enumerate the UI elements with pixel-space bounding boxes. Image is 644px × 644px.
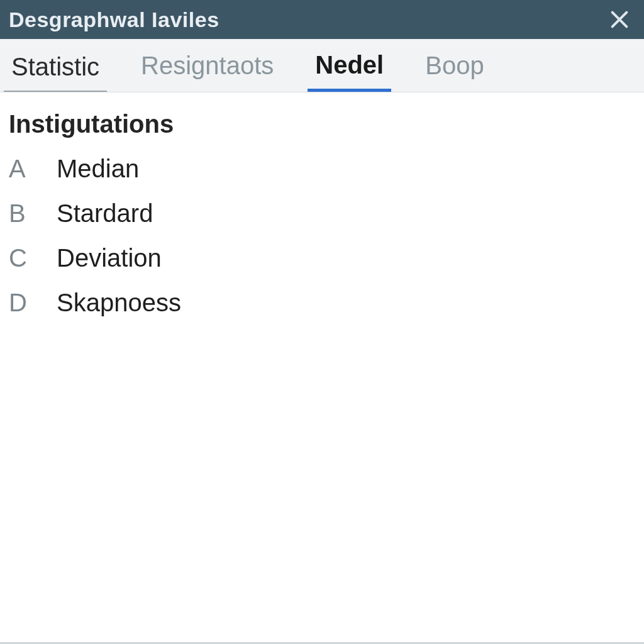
option-list: A Median B Stardard C Deviation D Skapno… [9, 155, 635, 317]
tab-label: Resigntaots [141, 52, 274, 79]
tab-statistic[interactable]: Statistic [4, 54, 107, 92]
option-letter: B [9, 199, 30, 228]
content-area: Instigutations A Median B Stardard C Dev… [0, 92, 644, 642]
section-title: Instigutations [9, 110, 635, 138]
option-label: Median [57, 155, 139, 183]
tab-label: Nedel [315, 51, 384, 79]
tab-boop[interactable]: Boop [418, 53, 491, 92]
close-button[interactable] [606, 6, 633, 33]
list-item[interactable]: B Stardard [9, 199, 635, 228]
tab-resigntaots[interactable]: Resigntaots [133, 53, 281, 92]
tab-strip: Statistic Resigntaots Nedel Boop [0, 39, 644, 92]
list-item[interactable]: A Median [9, 155, 635, 183]
option-letter: D [9, 289, 30, 317]
option-letter: C [9, 244, 30, 272]
tab-nedel[interactable]: Nedel [308, 52, 391, 92]
option-letter: A [9, 155, 30, 183]
list-item[interactable]: D Skapnoess [9, 289, 635, 317]
option-label: Skapnoess [57, 289, 181, 317]
tab-label: Boop [425, 52, 484, 79]
dialog-title: Desgraphwal Iaviles [9, 8, 606, 32]
titlebar: Desgraphwal Iaviles [0, 0, 644, 39]
tab-label: Statistic [11, 53, 99, 80]
close-icon [609, 9, 630, 30]
list-item[interactable]: C Deviation [9, 244, 635, 272]
option-label: Deviation [57, 244, 162, 272]
option-label: Stardard [57, 199, 153, 228]
dialog-window: Desgraphwal Iaviles Statistic Resigntaot… [0, 0, 644, 644]
